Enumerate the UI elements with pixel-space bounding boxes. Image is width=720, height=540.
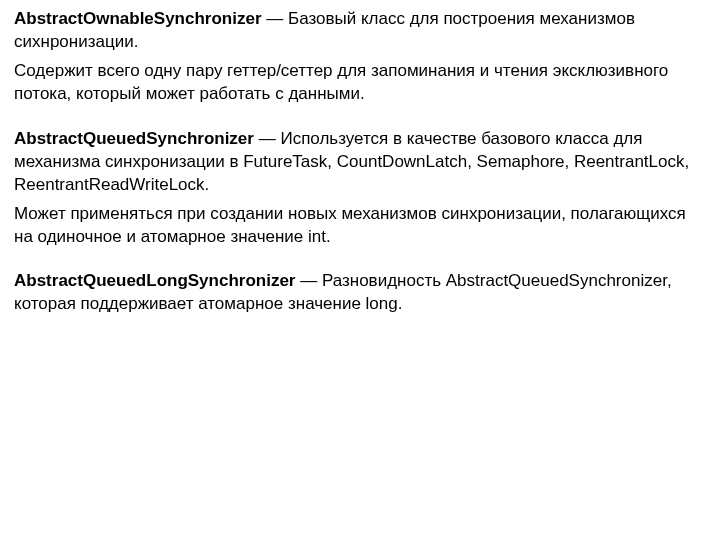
entry-2-detail: Может применяться при создании новых мех…: [14, 203, 706, 249]
entry-3-title: AbstractQueuedLongSynchronizer: [14, 271, 295, 290]
entry-2: AbstractQueuedSynchronizer — Используетс…: [14, 128, 706, 197]
entry-1-title: AbstractOwnableSynchronizer: [14, 9, 262, 28]
entry-1: AbstractOwnableSynchronizer — Базовый кл…: [14, 8, 706, 54]
entry-3: AbstractQueuedLongSynchronizer — Разнови…: [14, 270, 706, 316]
content-block: AbstractOwnableSynchronizer — Базовый кл…: [14, 8, 706, 316]
entry-1-detail: Содержит всего одну пару геттер/сеттер д…: [14, 60, 706, 106]
entry-2-sep: —: [254, 129, 280, 148]
entry-1-sep: —: [262, 9, 288, 28]
entry-2-title: AbstractQueuedSynchronizer: [14, 129, 254, 148]
entry-3-sep: —: [295, 271, 321, 290]
